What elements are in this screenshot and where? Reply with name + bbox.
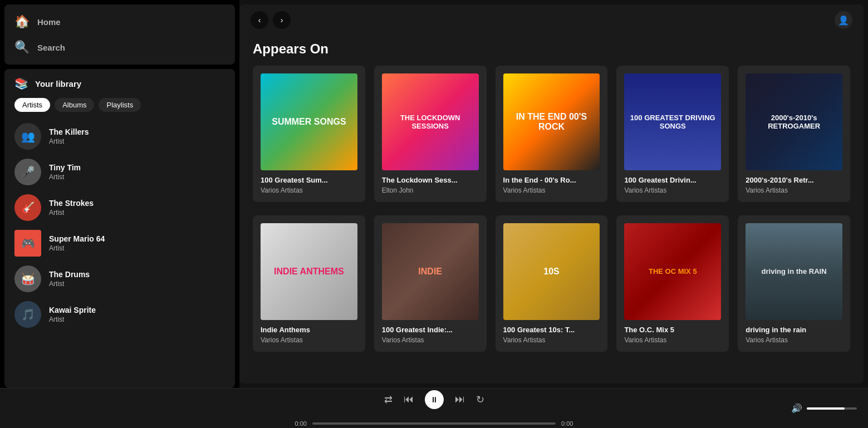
album-title-summer-songs: 100 Greatest Sum... <box>261 176 357 184</box>
sidebar-search-label: Search <box>37 43 65 52</box>
sidebar: 🏠 Home 🔍 Search 📚 Your library Artists A… <box>0 0 239 388</box>
library-icon: 📚 <box>14 77 28 90</box>
album-card-rain[interactable]: driving in the RAIN driving in the rain … <box>738 215 850 352</box>
album-cover-driving-songs: 100 GREATEST DRIVING SONGS <box>624 73 721 170</box>
volume-row: 🔊 <box>791 403 857 414</box>
time-current: 0:00 <box>295 420 307 427</box>
forward-button[interactable]: › <box>273 11 291 29</box>
album-title-driving-songs: 100 Greatest Drivin... <box>624 176 721 184</box>
album-title-10s: 100 Greatest 10s: T... <box>503 326 600 334</box>
album-cover-text-summer-songs: SUMMER SONGS <box>272 117 346 127</box>
album-card-retrogamer[interactable]: 2000's-2010's RETROGAMER 2000's-2010's R… <box>738 66 850 202</box>
section-title: Appears On <box>239 36 864 66</box>
artist-type-kawai: Artist <box>49 316 96 323</box>
albums-grid-row1: SUMMER SONGS 100 Greatest Sum... Varios … <box>239 66 864 215</box>
artist-type-mario: Artist <box>49 244 105 252</box>
album-cover-greatest-indie: INDIE <box>382 223 479 320</box>
back-button[interactable]: ‹ <box>251 11 268 29</box>
artist-info-tinytim: Tiny Tim Artist <box>49 163 81 181</box>
album-subtitle-greatest-indie: Varios Artistas <box>382 336 479 344</box>
album-subtitle-10s: Varios Artistas <box>503 336 600 344</box>
artist-avatar-drums: 🥁 <box>14 265 41 292</box>
volume-bar[interactable] <box>807 407 857 410</box>
time-total: 0:00 <box>561 420 573 427</box>
album-cover-indie-anthems: Indie ANTHEMS <box>261 223 357 320</box>
next-button[interactable]: ⏭ <box>455 393 465 405</box>
top-bar: ‹ › 👤 <box>239 4 864 36</box>
album-card-10s[interactable]: 10s 100 Greatest 10s: T... Varios Artist… <box>496 215 608 352</box>
main-layout: 🏠 Home 🔍 Search 📚 Your library Artists A… <box>0 0 868 388</box>
artist-item-killers[interactable]: 👥 The Killers Artist <box>4 119 235 154</box>
prev-button[interactable]: ⏮ <box>404 393 414 405</box>
artist-info-mario: Super Mario 64 Artist <box>49 234 105 252</box>
player-bar: ⇄ ⏮ ⏸ ⏭ ↻ 0:00 0:00 🔊 <box>0 388 868 428</box>
album-title-retrogamer: 2000's-2010's Retr... <box>746 176 842 184</box>
album-cover-text-indie-anthems: Indie ANTHEMS <box>274 267 344 277</box>
artist-name-kawai: Kawai Sprite <box>49 306 96 314</box>
artist-item-tinytim[interactable]: 🎤 Tiny Tim Artist <box>4 154 235 190</box>
album-cover-text-retrogamer: 2000's-2010's RETROGAMER <box>746 114 842 130</box>
artist-info-strokes: The Strokes Artist <box>49 199 94 217</box>
artist-item-strokes[interactable]: 🎸 The Strokes Artist <box>4 190 235 225</box>
library-header: 📚 Your library <box>4 69 235 96</box>
album-subtitle-in-the-end: Varios Artistas <box>503 186 600 194</box>
album-cover-text-rain: driving in the RAIN <box>762 267 827 276</box>
artist-name-mario: Super Mario 64 <box>49 234 105 243</box>
album-subtitle-driving-songs: Varios Artistas <box>624 186 721 194</box>
shuffle-button[interactable]: ⇄ <box>384 393 393 406</box>
filter-artists-button[interactable]: Artists <box>14 98 50 112</box>
sidebar-home-label: Home <box>37 17 61 27</box>
album-title-indie-anthems: Indie Anthems <box>261 326 357 334</box>
album-cover-summer-songs: SUMMER SONGS <box>261 73 357 170</box>
album-cover-oc-mix: THE OC MIX 5 <box>624 223 721 320</box>
album-cover-text-10s: 10s <box>543 267 559 277</box>
repeat-button[interactable]: ↻ <box>476 393 484 406</box>
album-card-driving-songs[interactable]: 100 GREATEST DRIVING SONGS 100 Greatest … <box>616 66 729 202</box>
artist-type-drums: Artist <box>49 280 90 288</box>
sidebar-item-search[interactable]: 🔍 Search <box>4 35 235 60</box>
artist-name-tinytim: Tiny Tim <box>49 163 81 172</box>
artist-avatar-strokes: 🎸 <box>14 194 41 221</box>
album-cover-text-lockdown-sessions: THE LOCKDOWN SESSIONS <box>382 114 479 130</box>
filter-buttons: Artists Albums Playlists <box>4 96 235 119</box>
pause-button[interactable]: ⏸ <box>425 390 444 409</box>
album-card-in-the-end[interactable]: IN THE END 00's ROCK In the End - 00's R… <box>496 66 608 202</box>
player-controls: ⇄ ⏮ ⏸ ⏭ ↻ 0:00 0:00 <box>295 390 573 427</box>
artist-item-mario[interactable]: 🎮 Super Mario 64 Artist <box>4 225 235 261</box>
album-cover-lockdown-sessions: THE LOCKDOWN SESSIONS <box>382 73 479 170</box>
controls-row: ⇄ ⏮ ⏸ ⏭ ↻ <box>384 390 484 409</box>
artist-item-drums[interactable]: 🥁 The Drums Artist <box>4 261 235 297</box>
filter-playlists-button[interactable]: Playlists <box>99 98 141 112</box>
search-icon: 🔍 <box>14 40 30 55</box>
album-card-summer-songs[interactable]: SUMMER SONGS 100 Greatest Sum... Varios … <box>253 66 365 202</box>
user-profile-button[interactable]: 👤 <box>835 11 852 29</box>
artist-name-drums: The Drums <box>49 270 90 279</box>
main-content: ‹ › 👤 Appears On SUMMER SONGS 100 Greate… <box>239 4 864 383</box>
volume-fill <box>807 407 845 410</box>
artist-info-kawai: Kawai Sprite Artist <box>49 306 96 323</box>
album-cover-in-the-end: IN THE END 00's ROCK <box>503 73 600 170</box>
sidebar-item-home[interactable]: 🏠 Home <box>4 9 235 35</box>
artist-type-tinytim: Artist <box>49 173 81 181</box>
artist-item-kawai[interactable]: 🎵 Kawai Sprite Artist <box>4 297 235 332</box>
album-card-indie-anthems[interactable]: Indie ANTHEMS Indie Anthems Varios Artis… <box>253 215 365 352</box>
library-title: Your library <box>35 79 81 88</box>
album-cover-rain: driving in the RAIN <box>746 223 842 320</box>
albums-grid-row2: Indie ANTHEMS Indie Anthems Varios Artis… <box>239 215 864 365</box>
album-subtitle-indie-anthems: Varios Artistas <box>261 336 357 344</box>
album-subtitle-rain: Varios Artistas <box>746 336 842 344</box>
artist-type-strokes: Artist <box>49 209 94 217</box>
album-subtitle-summer-songs: Varios Artistas <box>261 186 357 194</box>
album-cover-text-oc-mix: THE OC MIX 5 <box>649 267 697 276</box>
album-subtitle-oc-mix: Varios Artistas <box>624 336 721 344</box>
album-card-greatest-indie[interactable]: INDIE 100 Greatest Indie:... Varios Arti… <box>374 215 487 352</box>
album-card-lockdown-sessions[interactable]: THE LOCKDOWN SESSIONS The Lockdown Sess.… <box>374 66 487 202</box>
album-subtitle-retrogamer: Varios Artistas <box>746 186 842 194</box>
progress-bar[interactable] <box>312 422 556 425</box>
album-title-rain: driving in the rain <box>746 326 842 334</box>
filter-albums-button[interactable]: Albums <box>55 98 94 112</box>
sidebar-library: 📚 Your library Artists Albums Playlists … <box>4 69 235 388</box>
sidebar-nav: 🏠 Home 🔍 Search <box>4 4 235 65</box>
nav-arrows: ‹ › <box>251 11 291 29</box>
album-card-oc-mix[interactable]: THE OC MIX 5 The O.C. Mix 5 Varios Artis… <box>616 215 729 352</box>
